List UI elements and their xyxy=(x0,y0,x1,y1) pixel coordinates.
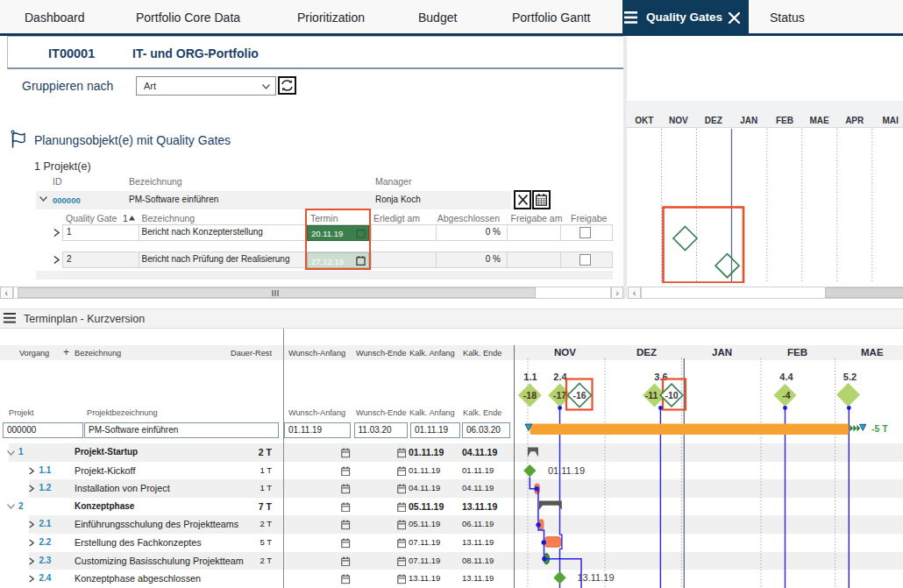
svg-text:4.4: 4.4 xyxy=(779,371,793,381)
svg-text:1.1: 1.1 xyxy=(523,371,537,381)
svg-text:-10: -10 xyxy=(665,390,678,400)
svg-text:-11: -11 xyxy=(645,390,658,400)
svg-text:-17: -17 xyxy=(553,390,566,400)
svg-text:MAI: MAI xyxy=(883,116,899,125)
svg-text:MAE: MAE xyxy=(809,116,829,125)
svg-text:-5 T: -5 T xyxy=(871,423,888,434)
svg-text:FEB: FEB xyxy=(776,116,793,125)
svg-text:5.2: 5.2 xyxy=(843,371,857,381)
svg-text:DEZ: DEZ xyxy=(705,116,722,125)
svg-text:JAN: JAN xyxy=(740,116,757,125)
svg-text:01.11.19: 01.11.19 xyxy=(548,464,585,475)
svg-text:NOV: NOV xyxy=(669,116,688,125)
svg-text:-4: -4 xyxy=(782,390,790,400)
svg-text:APR: APR xyxy=(845,116,864,125)
svg-text:3.6: 3.6 xyxy=(654,371,667,381)
svg-text:-16: -16 xyxy=(572,390,586,400)
svg-text:-18: -18 xyxy=(523,390,537,400)
svg-text:13.11.19: 13.11.19 xyxy=(578,571,615,582)
svg-text:OKT: OKT xyxy=(635,116,653,125)
